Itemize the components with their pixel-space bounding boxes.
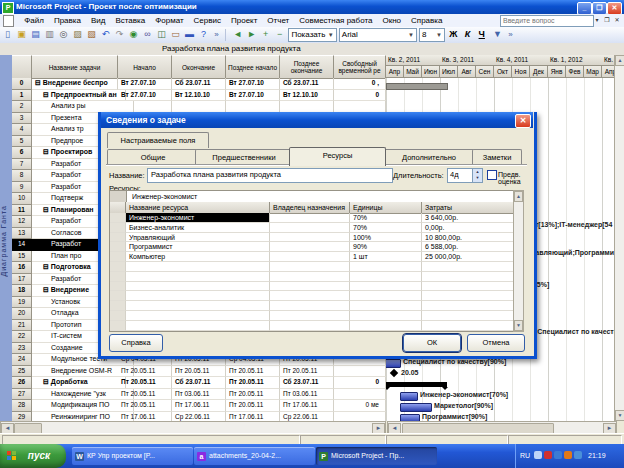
resource-name-cell[interactable] [126, 262, 270, 272]
task-date-cell[interactable]: Пт 20.05.11 [226, 389, 280, 401]
question-input[interactable] [500, 15, 594, 27]
resource-cost-cell[interactable] [422, 301, 514, 311]
resource-owner-cell[interactable] [270, 223, 350, 233]
task-slack-cell[interactable]: 0 ме [334, 400, 386, 412]
column-header[interactable]: Позднее окончание [280, 55, 334, 79]
row-number[interactable]: 14 [12, 239, 32, 251]
show-subtasks-icon[interactable]: + [259, 28, 272, 41]
resource-row[interactable]: Инженер-экономист70%3 640,00р. [110, 213, 514, 223]
resource-row[interactable] [110, 301, 514, 311]
row-number[interactable]: 0 [12, 78, 32, 90]
resource-units-cell[interactable] [350, 272, 422, 282]
resource-owner-cell[interactable] [270, 282, 350, 292]
task-date-cell[interactable]: Пт 20.05.11 [118, 377, 172, 389]
resource-cost-cell[interactable]: 6 588,00р. [422, 242, 514, 252]
row-number[interactable]: 3 [12, 113, 32, 125]
resource-cost-cell[interactable]: 25 000,00р. [422, 252, 514, 262]
resource-entry-row[interactable]: Инженер-экономист [110, 191, 514, 202]
table-row[interactable]: 29Реинжиниринг ПОПт 17.06.11Ср 22.06.11П… [12, 412, 386, 422]
resource-owner-cell[interactable] [270, 311, 350, 321]
resource-name-cell[interactable] [126, 291, 270, 301]
resource-row[interactable]: Программист90%6 588,00р. [110, 242, 514, 252]
row-number[interactable]: 13 [12, 228, 32, 240]
task-date-cell[interactable] [118, 101, 172, 113]
gantt-wizard-icon[interactable]: ▬ [183, 28, 196, 41]
scroll-up-icon[interactable]: ▲ [514, 191, 523, 202]
task-slack-cell[interactable]: 0 [334, 377, 386, 389]
task-date-cell[interactable]: Пт 03.06.11 [172, 389, 226, 401]
font-select[interactable]: Arial ▼ [339, 28, 417, 42]
row-number[interactable]: 6 [12, 147, 32, 159]
menu-Сервис[interactable]: Сервис [189, 14, 226, 27]
task-date-cell[interactable] [226, 101, 280, 113]
task-date-cell[interactable]: Вт 27.07.10 [118, 78, 172, 90]
task-date-cell[interactable]: Вт 27.07.10 [226, 90, 280, 102]
column-header[interactable]: Название задачи [32, 55, 118, 79]
row-number[interactable]: 2 [12, 101, 32, 113]
resource-owner-cell[interactable] [270, 262, 350, 272]
resource-name-cell[interactable]: Инженер-экономист [126, 213, 270, 223]
column-header[interactable]: Окончание [172, 55, 226, 79]
link-tasks-icon[interactable]: ∞ [141, 28, 154, 41]
resource-units-cell[interactable]: 100% [350, 233, 422, 243]
menu-Вид[interactable]: Вид [86, 14, 110, 27]
row-number[interactable]: 1 [12, 90, 32, 102]
doc-restore-icon[interactable]: ❐ [602, 16, 612, 25]
gantt-summary-bar[interactable] [386, 382, 447, 387]
menu-Формат[interactable]: Формат [150, 14, 188, 27]
window-titlebar[interactable]: P Microsoft Project - Проект после оптим… [0, 0, 624, 14]
column-header[interactable]: Позднее начало [226, 55, 280, 79]
column-header[interactable]: Начало [118, 55, 172, 79]
table-row[interactable]: 28Модификация ПОПт 20.05.11Пт 17.06.11Пт… [12, 400, 386, 412]
tab-Предшественники[interactable]: Предшественники [195, 149, 293, 165]
task-date-cell[interactable]: Вт 27.07.10 [226, 78, 280, 90]
task-date-cell[interactable]: Вт 27.07.10 [118, 90, 172, 102]
resource-row[interactable] [110, 311, 514, 321]
dialog-titlebar[interactable]: Сведения о задаче ✕ [101, 112, 533, 128]
duration-spinner[interactable]: ▲▼ [472, 168, 483, 183]
print-preview-icon[interactable]: ◎ [57, 28, 70, 41]
resource-owner-cell[interactable] [270, 291, 350, 301]
font-size-select[interactable]: 8 ▼ [419, 28, 445, 42]
task-date-cell[interactable]: Ср 22.06.11 [172, 412, 226, 422]
resource-units-cell[interactable] [350, 262, 422, 272]
row-number[interactable]: 12 [12, 216, 32, 228]
resource-units-cell[interactable] [350, 301, 422, 311]
ok-button[interactable]: ОК [403, 334, 461, 352]
split-task-icon[interactable]: ◫ [155, 28, 168, 41]
table-row[interactable]: 25Внедрение OSM-RПт 20.05.11Пт 20.05.11П… [12, 366, 386, 378]
row-number[interactable]: 21 [12, 320, 32, 332]
task-date-cell[interactable]: Сб 23.07.11 [280, 377, 334, 389]
task-slack-cell[interactable] [334, 101, 386, 113]
menu-Файл[interactable]: Файл [19, 14, 49, 27]
duration-input[interactable]: 4д [447, 168, 475, 183]
messenger-icon[interactable] [554, 451, 562, 459]
row-number[interactable]: 7 [12, 159, 32, 171]
task-date-cell[interactable]: Пт 20.05.11 [280, 366, 334, 378]
menu-Справка[interactable]: Справка [406, 14, 447, 27]
resource-units-cell[interactable] [350, 321, 422, 331]
resource-name-cell[interactable] [126, 311, 270, 321]
menu-Проект[interactable]: Проект [226, 14, 262, 27]
resource-name-cell[interactable]: Бизнес-аналитик [126, 223, 270, 233]
resource-name-cell[interactable]: Компьютер [126, 252, 270, 262]
resource-row[interactable] [110, 272, 514, 282]
task-date-cell[interactable]: Пт 20.05.11 [118, 389, 172, 401]
antivirus-icon[interactable] [544, 451, 552, 459]
resource-cost-cell[interactable] [422, 311, 514, 321]
toolbar-overflow-icon[interactable]: » [506, 30, 514, 39]
row-number[interactable]: 24 [12, 354, 32, 366]
resource-name-cell[interactable] [126, 282, 270, 292]
gantt-vertical-scrollbar[interactable]: ▲ ▼ [614, 55, 624, 421]
task-slack-cell[interactable] [334, 412, 386, 422]
cancel-button[interactable]: Отмена [467, 334, 525, 352]
filter-icon[interactable]: ▼ [491, 28, 504, 41]
table-row[interactable]: 0⊟ Внедрение беспроВт 27.07.10Сб 23.07.1… [12, 78, 386, 90]
outdent-icon[interactable]: ◄ [231, 28, 244, 41]
table-row[interactable]: 27Нахождение "узкПт 20.05.11Пт 03.06.11П… [12, 389, 386, 401]
row-number[interactable]: 23 [12, 343, 32, 355]
resource-name-cell[interactable] [126, 272, 270, 282]
resource-owner-cell[interactable] [270, 213, 350, 223]
tab-Общие[interactable]: Общие [107, 149, 199, 165]
row-number[interactable]: 4 [12, 124, 32, 136]
